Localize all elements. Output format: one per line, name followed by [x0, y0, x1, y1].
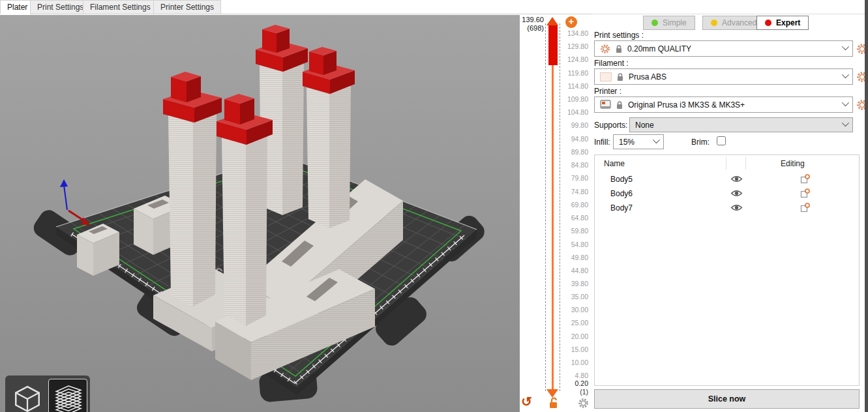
tick-label: 35.00 [556, 293, 588, 301]
eye-icon[interactable] [730, 203, 743, 212]
tick-label: 25.00 [556, 319, 588, 327]
chevron-down-icon [842, 42, 849, 50]
tick-label: 89.80 [556, 148, 588, 156]
model-tower-front [217, 94, 273, 326]
layer-slider-upper-thumb[interactable] [546, 17, 558, 25]
preview-view-button[interactable] [49, 379, 87, 412]
3d-viewport-canvas[interactable]: ORIGINAL PRUSA i3 MK3 by Josef Prusa [0, 15, 520, 412]
layer-slider-track[interactable] [552, 65, 554, 390]
lock-open-icon[interactable] [548, 396, 560, 409]
name-column-header: Name [604, 159, 625, 168]
tab-printer-settings[interactable]: Printer Settings [153, 0, 221, 14]
tick-label: 64.80 [556, 214, 588, 222]
lock-icon [616, 100, 623, 110]
tick-label: 99.80 [556, 121, 588, 129]
object-row-body5[interactable]: Body5 [595, 172, 859, 186]
advanced-mode-dot-icon [711, 20, 717, 26]
model-tower-right [303, 47, 355, 228]
tick-label: 54.80 [556, 241, 588, 248]
tick-label: 94.80 [556, 135, 588, 143]
3d-cube-icon [12, 384, 43, 412]
filament-select[interactable]: Prusa ABS [594, 68, 853, 85]
lock-icon [615, 44, 623, 53]
main-tab-bar: Plater Print Settings Filament Settings … [0, 0, 868, 14]
slice-now-button[interactable]: Slice now [594, 389, 860, 409]
chevron-down-icon [842, 119, 849, 126]
printer-label: Printer : [594, 87, 621, 96]
slider-settings-gear-icon[interactable] [578, 398, 589, 409]
eye-icon[interactable] [730, 189, 743, 198]
supports-select[interactable]: None [629, 117, 853, 132]
mode-advanced-button[interactable]: Advanced [702, 16, 765, 30]
tick-label: 10.00 [556, 359, 588, 366]
object-row-body6[interactable]: Body6 [595, 186, 859, 201]
tick-label: 124.80 [556, 55, 588, 63]
layer-slider-max-layer: (698) [516, 24, 544, 32]
chevron-down-icon [653, 136, 660, 143]
tick-label: 69.80 [556, 201, 588, 209]
printer-select[interactable]: Original Prusa i3 MK3S & MK3S+ [594, 96, 853, 113]
printer-value: Original Prusa i3 MK3S & MK3S+ [628, 100, 837, 110]
mode-simple-button[interactable]: Simple [643, 16, 695, 30]
filament-label: Filament : [594, 59, 629, 68]
tab-filament-settings[interactable]: Filament Settings [83, 0, 158, 14]
tick-label: 44.80 [556, 267, 588, 274]
object-list-header: Name Editing [595, 155, 859, 171]
tick-label: 79.80 [556, 174, 588, 182]
print-settings-label: Print settings : [594, 31, 644, 40]
chevron-down-icon [842, 70, 849, 78]
tick-label: 109.80 [556, 95, 588, 103]
supports-label: Supports: [594, 121, 627, 130]
reset-slider-button[interactable]: ↺ [521, 395, 532, 408]
3d-scene: ORIGINAL PRUSA i3 MK3 by Josef Prusa [0, 15, 520, 412]
simple-mode-dot-icon [651, 20, 658, 26]
tick-label: 49.80 [556, 254, 588, 261]
tab-print-settings[interactable]: Print Settings [30, 0, 91, 14]
print-settings-select[interactable]: 0.20mm QUALITY [594, 40, 853, 57]
view-mode-toggle [5, 375, 90, 412]
print-settings-value: 0.20mm QUALITY [627, 44, 837, 53]
editor-view-button[interactable] [8, 379, 46, 412]
tick-label: 84.80 [556, 161, 588, 169]
tick-label: 15.00 [556, 346, 588, 353]
edit-object-icon[interactable] [800, 203, 810, 213]
printer-icon [600, 100, 611, 110]
infill-value: 15% [619, 138, 648, 147]
filament-value: Prusa ABS [629, 72, 837, 81]
layer-slider-min-layer: (1) [556, 388, 588, 396]
tick-label: 59.80 [556, 227, 588, 235]
infill-label: Infill: [594, 138, 610, 147]
tick-label: 39.80 [556, 280, 588, 287]
layer-slider-max-height: 139.60 [516, 16, 544, 23]
tick-label: 114.80 [556, 82, 588, 90]
tick-label: 4.80 [556, 372, 588, 379]
tick-label: 30.00 [556, 306, 588, 314]
tick-label: 74.80 [556, 188, 588, 196]
window-edge [865, 0, 868, 412]
tick-label: 119.80 [556, 69, 588, 77]
panel-divider [593, 14, 865, 14]
layer-slider-tick-ladder-left [545, 23, 546, 391]
tick-label: 20.00 [556, 332, 588, 340]
layer-slider-min-height: 0.20 [556, 379, 588, 387]
brim-checkbox[interactable] [717, 136, 726, 145]
object-row-body7[interactable]: Body7 [595, 201, 859, 215]
mode-expert-button[interactable]: Expert [756, 16, 809, 30]
tick-label: 129.80 [556, 42, 588, 50]
brim-label: Brim: [691, 138, 710, 147]
eye-icon[interactable] [730, 175, 743, 183]
model-tower-left [163, 72, 222, 306]
edit-object-icon[interactable] [800, 188, 810, 198]
prusaslicer-window: Plater Print Settings Filament Settings … [0, 0, 868, 412]
infill-select[interactable]: 15% [613, 134, 664, 149]
object-list: Name Editing Body5 Body6 [594, 154, 860, 386]
edit-object-icon[interactable] [800, 174, 810, 184]
filament-color-swatch [600, 72, 612, 81]
expert-mode-dot-icon [765, 20, 771, 26]
gear-icon [600, 44, 610, 54]
layers-stack-icon [52, 384, 83, 412]
editing-column-header: Editing [781, 159, 805, 168]
tick-label: 104.80 [556, 108, 588, 116]
add-color-change-button[interactable]: + [565, 16, 577, 28]
lock-icon [616, 72, 624, 81]
